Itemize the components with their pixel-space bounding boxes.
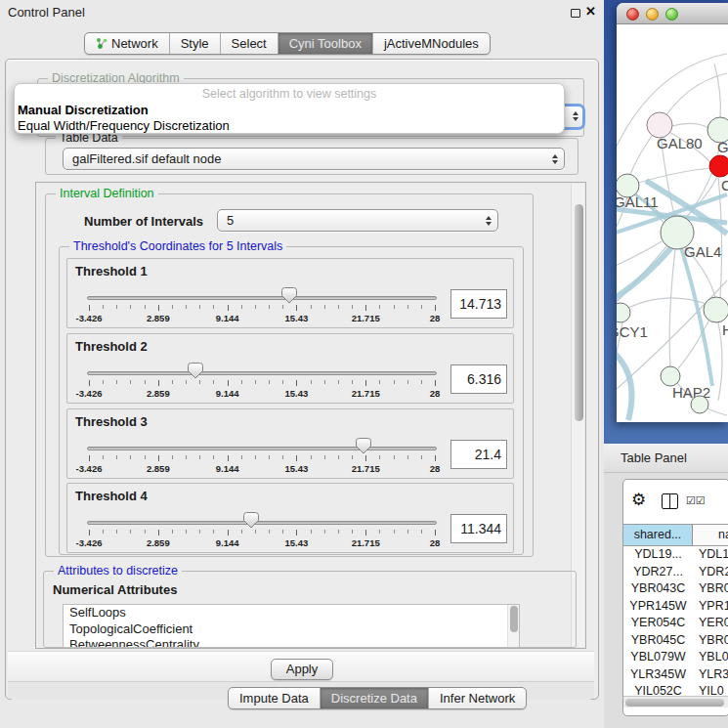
network-node-node[interactable] (691, 396, 708, 413)
tab-network[interactable]: Network (85, 33, 169, 54)
window-titlebar[interactable] (617, 3, 728, 24)
cell-name[interactable]: YER0 (693, 615, 728, 632)
table-row[interactable]: YDL19...YDL1 (623, 546, 728, 564)
table-row[interactable]: YBR043CYBR0 (623, 580, 728, 598)
close-traffic-light-icon[interactable] (626, 8, 639, 21)
tab-select[interactable]: Select (220, 33, 278, 54)
network-node-H[interactable] (704, 297, 728, 322)
slider-tick (435, 530, 436, 535)
attribute-item[interactable]: SelfLoops (64, 605, 519, 621)
node-table: shared... na YDL19...YDL1YDR27...YDR2YBR… (623, 524, 728, 701)
network-node-HAP2[interactable] (661, 366, 680, 386)
slider-tick (269, 530, 270, 534)
minimize-traffic-light-icon[interactable] (646, 8, 659, 21)
cell-shared-name[interactable]: YBR043C (623, 580, 693, 598)
zoom-traffic-light-icon[interactable] (665, 8, 678, 21)
slider-tick (421, 530, 422, 534)
split-columns-icon[interactable] (662, 493, 678, 509)
gear-icon[interactable]: ⚙ (631, 490, 646, 510)
slider-tick (199, 530, 200, 534)
slider-track[interactable] (87, 371, 437, 375)
slider-tick (116, 305, 117, 309)
slider-tick (311, 530, 312, 534)
cell-shared-name[interactable]: YBL079W (623, 649, 693, 666)
threshold-value-field[interactable]: 11.344 (450, 514, 507, 543)
tab-infer-network[interactable]: Infer Network (428, 688, 526, 708)
cell-shared-name[interactable]: YDL19... (623, 546, 693, 564)
slider-track[interactable] (87, 447, 437, 450)
table-row[interactable]: YBR045CYBR0 (623, 632, 728, 650)
slider-tick-label: 21.715 (352, 537, 380, 548)
network-node-C[interactable] (709, 155, 728, 177)
edge (669, 249, 675, 366)
scrollbar-thumb[interactable] (625, 699, 724, 707)
numerical-attributes-list[interactable]: SelfLoopsTopologicalCoefficientBetweenne… (63, 604, 520, 648)
horizontal-scrollbar[interactable] (623, 696, 728, 707)
cell-name[interactable]: YDR2 (693, 564, 728, 581)
tab-cyni-toolbox[interactable]: Cyni Toolbox (278, 33, 372, 54)
table-row[interactable]: YPR145WYPR1 (623, 598, 728, 616)
cell-shared-name[interactable]: YPR145W (623, 598, 693, 616)
cell-name[interactable]: YLR3 (693, 666, 728, 684)
slider-tick (407, 455, 408, 459)
slider-tick (130, 305, 131, 309)
float-window-icon[interactable] (571, 9, 580, 18)
cell-name[interactable]: YBL0 (693, 649, 728, 666)
slider-tick (158, 530, 159, 535)
slider-track[interactable] (87, 521, 437, 525)
slider-tick-label: 2.859 (147, 463, 170, 474)
table-data-combobox[interactable]: galFiltered.sif default node (63, 148, 565, 170)
network-canvas[interactable]: GAL80GACGAL11GAL4GCY1HHAP2 (617, 24, 728, 421)
tab-impute-data[interactable]: Impute Data (229, 688, 320, 708)
slider-tick (379, 380, 380, 384)
select-columns-icon[interactable]: ☑☑ (686, 494, 706, 507)
scrollbar-thumb[interactable] (575, 204, 583, 421)
tab-label: Impute Data (239, 691, 309, 706)
dropdown-option-equal-width[interactable]: Equal Width/Frequency Discretization (18, 118, 230, 133)
panel-title: Control Panel (8, 5, 85, 20)
slider-handle[interactable] (188, 363, 203, 379)
network-node-GCY1[interactable] (617, 303, 630, 322)
table-row[interactable]: YDR27...YDR2 (623, 564, 728, 581)
number-of-intervals-combobox[interactable]: 5 (217, 209, 498, 232)
threshold-value-field[interactable]: 21.4 (450, 440, 507, 469)
slider-handle[interactable] (243, 512, 259, 529)
cell-name[interactable]: YBR0 (693, 632, 728, 650)
slider-handle[interactable] (356, 438, 371, 454)
tab-jactivemnodules[interactable]: jActiveMNodules (372, 33, 490, 54)
table-row[interactable]: YLR345WYLR3 (623, 666, 728, 684)
slider-tick (394, 455, 395, 459)
slider-track[interactable] (87, 296, 437, 300)
scrollbar-thumb[interactable] (510, 606, 518, 632)
attribute-item[interactable]: TopologicalCoefficient (64, 621, 519, 638)
column-header-shared-name[interactable]: shared... (623, 525, 693, 545)
cell-shared-name[interactable]: YER054C (623, 615, 693, 632)
slider-tick (213, 305, 214, 309)
slider-tick (228, 455, 229, 461)
threshold-value-field[interactable]: 6.316 (450, 364, 507, 394)
tab-discretize-data[interactable]: Discretize Data (320, 688, 428, 708)
cell-shared-name[interactable]: YLR345W (623, 666, 693, 684)
slider-tick (296, 305, 297, 311)
cell-name[interactable]: YDL1 (693, 546, 728, 564)
tab-style[interactable]: Style (169, 33, 220, 54)
column-header-name[interactable]: na (693, 525, 728, 545)
apply-button[interactable]: Apply (271, 659, 333, 680)
threshold-value-field[interactable]: 14.713 (450, 289, 507, 319)
table-row[interactable]: YBL079WYBL0 (623, 649, 728, 666)
slider-tick (145, 380, 146, 384)
cell-shared-name[interactable]: YDR27... (623, 564, 693, 581)
slider-tick (435, 455, 436, 461)
table-data-group: Table Data galFiltered.sif default node (45, 138, 578, 175)
tab-label: jActiveMNodules (384, 36, 479, 51)
slider-handle[interactable] (281, 287, 297, 304)
slider-tick (116, 455, 117, 459)
cell-name[interactable]: YPR1 (693, 598, 728, 616)
cell-name[interactable]: YBR0 (693, 580, 728, 598)
attribute-item[interactable]: BetweennessCentrality (64, 637, 519, 648)
cell-shared-name[interactable]: YBR045C (623, 632, 693, 650)
dropdown-option-manual[interactable]: Manual Discretization (18, 103, 149, 117)
table-row[interactable]: YER054CYER0 (623, 615, 728, 632)
list-vertical-scrollbar[interactable] (507, 605, 519, 647)
close-icon[interactable]: ✕ (585, 4, 596, 19)
